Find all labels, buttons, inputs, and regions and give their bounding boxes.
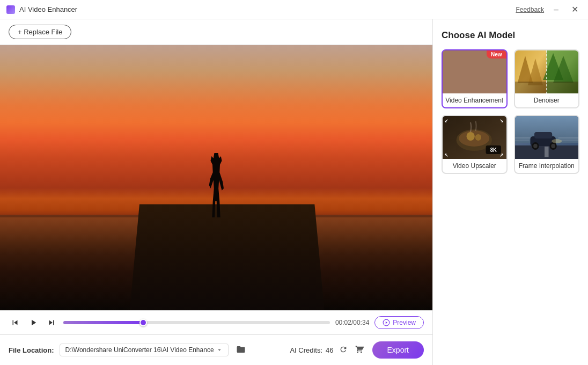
denoiser-preview	[515, 50, 579, 93]
svg-point-4	[449, 68, 457, 76]
file-path-select[interactable]: D:\Wondershare UniConverter 16\AI Video …	[60, 344, 229, 356]
model-card-denoiser[interactable]: Denoiser	[514, 49, 580, 108]
video-background	[0, 45, 432, 310]
svg-text:8K: 8K	[490, 147, 497, 153]
model-label-upscaler: Video Upscaler	[443, 159, 506, 173]
svg-point-19	[459, 130, 489, 147]
play-button[interactable]	[27, 316, 40, 329]
feedback-link[interactable]: Feedback	[516, 6, 544, 13]
svg-text:↘: ↘	[499, 118, 504, 123]
model-label-denoiser: Denoiser	[515, 93, 579, 107]
progress-bar[interactable]	[63, 321, 330, 324]
skip-forward-button[interactable]	[45, 316, 58, 329]
title-bar: AI Video Enhancer Feedback – ✕	[0, 0, 588, 19]
preview-label: Preview	[393, 319, 416, 326]
svg-rect-38	[515, 137, 530, 138]
svg-rect-40	[558, 137, 578, 138]
pier	[130, 204, 325, 310]
svg-rect-15	[515, 82, 579, 93]
bottom-right: AI Credits: 46 Export	[290, 341, 424, 359]
video-controls: 00:02/00:34 Preview	[0, 310, 432, 334]
app-icon	[6, 5, 15, 14]
model-card-video-upscaler[interactable]: ↙ ↘ ↖ ↗ 8K Video Upscaler	[442, 115, 508, 174]
model-card-frame-interpolation[interactable]: Frame Interpolation	[514, 115, 580, 174]
cart-icon	[355, 345, 364, 354]
choose-model-title: Choose AI Model	[442, 30, 579, 41]
folder-icon	[236, 345, 246, 354]
model-label-interpolation: Frame Interpolation	[515, 159, 579, 173]
svg-point-37	[551, 144, 555, 148]
right-panel: Choose AI Model New	[432, 19, 588, 365]
replace-file-button[interactable]: + Replace File	[9, 25, 71, 39]
svg-rect-41	[561, 140, 578, 141]
model-thumb-interpolation	[515, 116, 579, 159]
svg-rect-33	[534, 132, 552, 138]
play-icon	[28, 318, 38, 327]
svg-point-6	[490, 74, 497, 81]
silhouette-body	[207, 153, 226, 217]
ai-credits-label: AI Credits:	[290, 346, 322, 354]
app-title: AI Video Enhancer	[19, 5, 77, 13]
svg-text:↖: ↖	[444, 152, 449, 158]
svg-rect-31	[544, 147, 548, 157]
progress-thumb	[139, 319, 147, 326]
model-thumb-upscaler: ↙ ↘ ↖ ↗ 8K	[443, 116, 506, 159]
title-bar-right: Feedback – ✕	[516, 3, 582, 16]
toolbar: + Replace File	[0, 19, 432, 45]
svg-point-20	[467, 132, 475, 141]
chevron-down-icon	[216, 347, 223, 353]
title-bar-left: AI Video Enhancer	[6, 5, 77, 14]
svg-point-42	[552, 139, 562, 143]
silhouette	[207, 153, 226, 217]
svg-rect-39	[515, 140, 530, 141]
folder-button[interactable]	[234, 342, 248, 358]
svg-rect-1	[443, 50, 474, 93]
model-card-video-enhancement[interactable]: New	[442, 49, 508, 108]
preview-button[interactable]: Preview	[374, 316, 424, 329]
file-location-label: File Location:	[9, 346, 54, 354]
cart-button[interactable]	[353, 343, 366, 357]
file-path-text: D:\Wondershare UniConverter 16\AI Video …	[65, 346, 214, 354]
time-display: 00:02/00:34	[335, 319, 369, 326]
svg-point-7	[461, 71, 480, 84]
svg-point-8	[469, 68, 477, 76]
interpolation-preview	[515, 116, 579, 159]
model-label-enhancement: Video Enhancement	[443, 93, 506, 107]
svg-point-5	[483, 61, 494, 72]
refresh-icon	[339, 345, 348, 354]
ai-credits: AI Credits: 46	[290, 343, 365, 357]
bottom-bar: File Location: D:\Wondershare UniConvert…	[0, 334, 432, 365]
video-container	[0, 45, 432, 310]
main-container: + Replace File	[0, 19, 588, 365]
skip-back-button[interactable]	[9, 316, 21, 329]
refresh-button[interactable]	[337, 343, 350, 357]
progress-fill	[63, 321, 143, 324]
preview-icon	[383, 319, 390, 326]
skip-forward-icon	[47, 318, 56, 327]
upscaler-preview: ↙ ↘ ↖ ↗ 8K	[443, 116, 506, 159]
model-thumb-enhancement: New	[443, 50, 506, 93]
export-button[interactable]: Export	[372, 341, 424, 359]
svg-point-3	[452, 57, 464, 70]
close-button[interactable]: ✕	[568, 3, 582, 16]
svg-text:↙: ↙	[444, 118, 449, 123]
left-panel: + Replace File	[0, 19, 432, 365]
model-grid: New	[442, 49, 579, 174]
skip-back-icon	[10, 318, 20, 327]
model-thumb-denoiser	[515, 50, 579, 93]
svg-point-35	[533, 144, 538, 148]
ai-credits-value: 46	[326, 346, 333, 354]
file-location: File Location: D:\Wondershare UniConvert…	[9, 342, 248, 358]
new-badge: New	[487, 50, 506, 59]
svg-point-21	[475, 134, 481, 141]
minimize-button[interactable]: –	[550, 4, 562, 16]
